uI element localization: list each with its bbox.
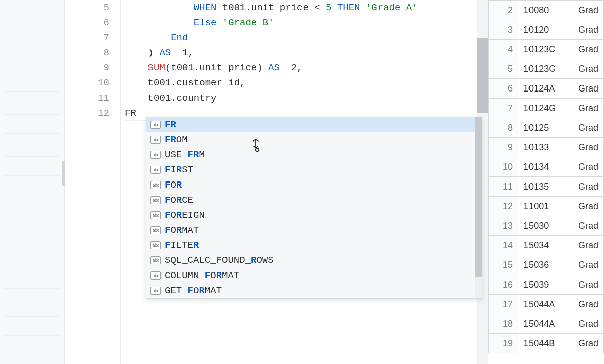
line-number-gutter: 56789101112 <box>65 0 121 364</box>
panel-row <box>4 241 60 269</box>
autocomplete-item[interactable]: abcFORCE <box>146 193 482 208</box>
autocomplete-item[interactable]: abcFOREIGN <box>146 208 482 223</box>
keyword-icon: abc <box>150 136 161 144</box>
stock-code-cell[interactable]: 10120 <box>518 20 573 40</box>
row-number-cell: 10 <box>489 157 518 177</box>
table-row[interactable]: 1010134Grad <box>489 157 604 177</box>
stock-code-cell[interactable]: 15036 <box>518 255 573 275</box>
table-row[interactable]: 210080Grad <box>489 1 604 20</box>
grade-cell[interactable]: Grad <box>573 314 603 334</box>
grade-cell[interactable]: Grad <box>573 197 603 216</box>
grade-cell[interactable]: Grad <box>573 40 603 59</box>
code-line[interactable]: SUM(t001.unit_price) AS _2, <box>125 60 488 75</box>
grade-cell[interactable]: Grad <box>573 236 603 255</box>
grade-cell[interactable]: Grad <box>573 334 603 353</box>
code-area[interactable]: WHEN t001.unit_price < 5 THEN 'Grade A' … <box>125 0 488 121</box>
autocomplete-item[interactable]: abcGET_FORMAT <box>146 283 482 298</box>
table-row[interactable]: 1515036Grad <box>489 255 604 275</box>
stock-code-cell[interactable]: 15034 <box>518 236 573 255</box>
code-token: 5 <box>326 2 331 13</box>
table-row[interactable]: 1415034Grad <box>489 236 604 255</box>
grade-cell[interactable]: Grad <box>573 255 603 275</box>
grade-cell[interactable]: Grad <box>573 177 603 197</box>
table-row[interactable]: 1915044BGrad <box>489 334 604 353</box>
code-token <box>125 17 194 28</box>
autocomplete-item[interactable]: abcFILTER <box>146 238 482 253</box>
autocomplete-scrollbar[interactable] <box>475 117 482 298</box>
editor-scroll-thumb[interactable] <box>477 38 488 113</box>
code-token: Else <box>194 17 217 28</box>
table-row[interactable]: 410123CGrad <box>489 40 604 59</box>
code-line[interactable]: t001.customer_id, <box>125 75 488 90</box>
grade-cell[interactable]: Grad <box>573 275 603 295</box>
table-row[interactable]: 910133Grad <box>489 138 604 157</box>
table-row[interactable]: 610124AGrad <box>489 79 604 99</box>
autocomplete-scroll-thumb[interactable] <box>475 117 482 277</box>
code-line[interactable]: WHEN t001.unit_price < 5 THEN 'Grade A' <box>125 0 488 15</box>
table-row[interactable]: 1211001Grad <box>489 197 604 216</box>
table-row[interactable]: 1315030Grad <box>489 216 604 236</box>
grade-cell[interactable]: Grad <box>573 59 603 79</box>
grade-cell[interactable]: Grad <box>573 20 603 40</box>
grade-cell[interactable]: Grad <box>573 138 603 157</box>
code-token: _2, <box>280 62 303 73</box>
autocomplete-item[interactable]: abcFROM <box>146 132 482 147</box>
grade-cell[interactable]: Grad <box>573 99 603 118</box>
stock-code-cell[interactable]: 15039 <box>518 275 573 295</box>
panel-row <box>4 38 60 72</box>
grade-cell[interactable]: Grad <box>573 1 603 20</box>
autocomplete-item[interactable]: abcUSE_FRM <box>146 147 482 162</box>
table-row[interactable]: 710124GGrad <box>489 99 604 118</box>
autocomplete-item[interactable]: abcFIRST <box>146 162 482 177</box>
stock-code-cell[interactable]: 10123C <box>518 40 573 59</box>
autocomplete-item[interactable]: abcFORMAT <box>146 223 482 238</box>
panel-row <box>4 157 60 176</box>
sql-editor[interactable]: 56789101112 WHEN t001.unit_price < 5 THE… <box>65 0 488 364</box>
stock-code-cell[interactable]: 10124A <box>518 79 573 99</box>
table-row[interactable]: 310120Grad <box>489 20 604 40</box>
stock-code-cell[interactable]: 15044A <box>518 295 573 314</box>
panel-row <box>4 0 60 19</box>
table-row[interactable]: 1815044AGrad <box>489 314 604 334</box>
results-grid[interactable]: 210080Grad310120Grad410123CGrad510123GGr… <box>488 0 604 364</box>
grade-cell[interactable]: Grad <box>573 295 603 314</box>
autocomplete-popup[interactable]: abcFRabcFROMabcUSE_FRMabcFIRSTabcFORabcF… <box>146 117 482 299</box>
row-number-cell: 19 <box>489 334 518 353</box>
stock-code-cell[interactable]: 10135 <box>518 177 573 197</box>
table-row[interactable]: 1110135Grad <box>489 177 604 197</box>
autocomplete-item[interactable]: abcFOR <box>146 177 482 193</box>
stock-code-cell[interactable]: 11001 <box>518 197 573 216</box>
stock-code-cell[interactable]: 10133 <box>518 138 573 157</box>
panel-row <box>4 199 60 222</box>
line-number: 11 <box>65 90 120 106</box>
table-row[interactable]: 1715044AGrad <box>489 295 604 314</box>
row-number-cell: 5 <box>489 59 518 79</box>
table-row[interactable]: 510123GGrad <box>489 59 604 79</box>
stock-code-cell[interactable]: 10080 <box>518 1 573 20</box>
autocomplete-item[interactable]: abcSQL_CALC_FOUND_ROWS <box>146 253 482 268</box>
row-number-cell: 9 <box>489 138 518 157</box>
grade-cell[interactable]: Grad <box>573 157 603 177</box>
panel-row <box>4 289 60 317</box>
code-line[interactable]: ) AS _1, <box>125 45 488 60</box>
autocomplete-item[interactable]: abcCOLUMN_FORMAT <box>146 268 482 283</box>
row-number-cell: 2 <box>489 1 518 20</box>
stock-code-cell[interactable]: 15030 <box>518 216 573 236</box>
stock-code-cell[interactable]: 10125 <box>518 118 573 138</box>
line-number: 12 <box>65 106 120 121</box>
code-token: t001.unit_price <box>216 2 314 13</box>
autocomplete-item[interactable]: abcFR <box>146 117 482 132</box>
grade-cell[interactable]: Grad <box>573 118 603 138</box>
stock-code-cell[interactable]: 15044B <box>518 334 573 353</box>
code-line[interactable]: t001.country <box>125 90 488 106</box>
grade-cell[interactable]: Grad <box>573 79 603 99</box>
grade-cell[interactable]: Grad <box>573 216 603 236</box>
stock-code-cell[interactable]: 10124G <box>518 99 573 118</box>
table-row[interactable]: 1615039Grad <box>489 275 604 295</box>
code-line[interactable]: End <box>125 30 488 45</box>
stock-code-cell[interactable]: 10134 <box>518 157 573 177</box>
stock-code-cell[interactable]: 15044A <box>518 314 573 334</box>
stock-code-cell[interactable]: 10123G <box>518 59 573 79</box>
code-line[interactable]: Else 'Grade B' <box>125 15 488 30</box>
table-row[interactable]: 810125Grad <box>489 118 604 138</box>
